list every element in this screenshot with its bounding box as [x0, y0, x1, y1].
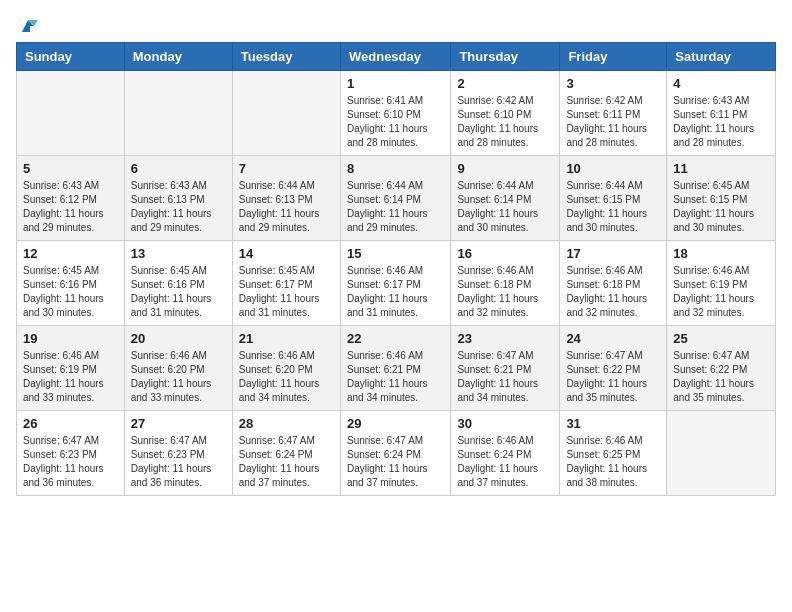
calendar-cell: 18Sunrise: 6:46 AM Sunset: 6:19 PM Dayli… [667, 241, 776, 326]
day-number: 14 [239, 246, 334, 261]
day-info: Sunrise: 6:46 AM Sunset: 6:25 PM Dayligh… [566, 434, 660, 490]
day-info: Sunrise: 6:47 AM Sunset: 6:24 PM Dayligh… [239, 434, 334, 490]
calendar-week-4: 19Sunrise: 6:46 AM Sunset: 6:19 PM Dayli… [17, 326, 776, 411]
day-info: Sunrise: 6:47 AM Sunset: 6:21 PM Dayligh… [457, 349, 553, 405]
calendar-cell: 2Sunrise: 6:42 AM Sunset: 6:10 PM Daylig… [451, 71, 560, 156]
day-info: Sunrise: 6:46 AM Sunset: 6:18 PM Dayligh… [457, 264, 553, 320]
calendar-cell: 6Sunrise: 6:43 AM Sunset: 6:13 PM Daylig… [124, 156, 232, 241]
day-number: 2 [457, 76, 553, 91]
logo [16, 16, 38, 34]
day-info: Sunrise: 6:46 AM Sunset: 6:20 PM Dayligh… [239, 349, 334, 405]
day-info: Sunrise: 6:47 AM Sunset: 6:24 PM Dayligh… [347, 434, 444, 490]
day-number: 20 [131, 331, 226, 346]
day-info: Sunrise: 6:47 AM Sunset: 6:23 PM Dayligh… [131, 434, 226, 490]
calendar-cell: 29Sunrise: 6:47 AM Sunset: 6:24 PM Dayli… [340, 411, 450, 496]
day-info: Sunrise: 6:47 AM Sunset: 6:22 PM Dayligh… [673, 349, 769, 405]
calendar-cell: 8Sunrise: 6:44 AM Sunset: 6:14 PM Daylig… [340, 156, 450, 241]
calendar-week-2: 5Sunrise: 6:43 AM Sunset: 6:12 PM Daylig… [17, 156, 776, 241]
calendar-cell [124, 71, 232, 156]
calendar-cell: 5Sunrise: 6:43 AM Sunset: 6:12 PM Daylig… [17, 156, 125, 241]
day-number: 15 [347, 246, 444, 261]
calendar-header-monday: Monday [124, 43, 232, 71]
calendar-cell: 19Sunrise: 6:46 AM Sunset: 6:19 PM Dayli… [17, 326, 125, 411]
calendar-cell: 3Sunrise: 6:42 AM Sunset: 6:11 PM Daylig… [560, 71, 667, 156]
day-number: 11 [673, 161, 769, 176]
calendar-week-1: 1Sunrise: 6:41 AM Sunset: 6:10 PM Daylig… [17, 71, 776, 156]
day-number: 7 [239, 161, 334, 176]
calendar-header-saturday: Saturday [667, 43, 776, 71]
calendar-header-wednesday: Wednesday [340, 43, 450, 71]
calendar-table: SundayMondayTuesdayWednesdayThursdayFrid… [16, 42, 776, 496]
day-info: Sunrise: 6:45 AM Sunset: 6:16 PM Dayligh… [131, 264, 226, 320]
calendar-header-thursday: Thursday [451, 43, 560, 71]
calendar-cell: 17Sunrise: 6:46 AM Sunset: 6:18 PM Dayli… [560, 241, 667, 326]
day-number: 5 [23, 161, 118, 176]
calendar-cell: 10Sunrise: 6:44 AM Sunset: 6:15 PM Dayli… [560, 156, 667, 241]
calendar-header-tuesday: Tuesday [232, 43, 340, 71]
calendar-cell: 7Sunrise: 6:44 AM Sunset: 6:13 PM Daylig… [232, 156, 340, 241]
calendar-cell [17, 71, 125, 156]
calendar-cell: 14Sunrise: 6:45 AM Sunset: 6:17 PM Dayli… [232, 241, 340, 326]
day-info: Sunrise: 6:44 AM Sunset: 6:14 PM Dayligh… [347, 179, 444, 235]
day-number: 19 [23, 331, 118, 346]
calendar-cell: 1Sunrise: 6:41 AM Sunset: 6:10 PM Daylig… [340, 71, 450, 156]
day-info: Sunrise: 6:42 AM Sunset: 6:10 PM Dayligh… [457, 94, 553, 150]
day-number: 3 [566, 76, 660, 91]
calendar-cell: 26Sunrise: 6:47 AM Sunset: 6:23 PM Dayli… [17, 411, 125, 496]
day-info: Sunrise: 6:45 AM Sunset: 6:15 PM Dayligh… [673, 179, 769, 235]
calendar-cell: 28Sunrise: 6:47 AM Sunset: 6:24 PM Dayli… [232, 411, 340, 496]
calendar-cell: 9Sunrise: 6:44 AM Sunset: 6:14 PM Daylig… [451, 156, 560, 241]
calendar-cell: 12Sunrise: 6:45 AM Sunset: 6:16 PM Dayli… [17, 241, 125, 326]
day-info: Sunrise: 6:46 AM Sunset: 6:21 PM Dayligh… [347, 349, 444, 405]
day-info: Sunrise: 6:44 AM Sunset: 6:15 PM Dayligh… [566, 179, 660, 235]
calendar-cell: 15Sunrise: 6:46 AM Sunset: 6:17 PM Dayli… [340, 241, 450, 326]
day-number: 24 [566, 331, 660, 346]
calendar-cell: 11Sunrise: 6:45 AM Sunset: 6:15 PM Dayli… [667, 156, 776, 241]
day-info: Sunrise: 6:42 AM Sunset: 6:11 PM Dayligh… [566, 94, 660, 150]
day-info: Sunrise: 6:44 AM Sunset: 6:14 PM Dayligh… [457, 179, 553, 235]
calendar-cell: 13Sunrise: 6:45 AM Sunset: 6:16 PM Dayli… [124, 241, 232, 326]
day-info: Sunrise: 6:46 AM Sunset: 6:19 PM Dayligh… [673, 264, 769, 320]
day-number: 29 [347, 416, 444, 431]
calendar-cell: 21Sunrise: 6:46 AM Sunset: 6:20 PM Dayli… [232, 326, 340, 411]
calendar-cell [667, 411, 776, 496]
day-number: 10 [566, 161, 660, 176]
day-number: 18 [673, 246, 769, 261]
calendar-cell: 16Sunrise: 6:46 AM Sunset: 6:18 PM Dayli… [451, 241, 560, 326]
day-info: Sunrise: 6:46 AM Sunset: 6:24 PM Dayligh… [457, 434, 553, 490]
day-number: 27 [131, 416, 226, 431]
calendar-cell: 31Sunrise: 6:46 AM Sunset: 6:25 PM Dayli… [560, 411, 667, 496]
page-header [16, 16, 776, 34]
day-info: Sunrise: 6:47 AM Sunset: 6:22 PM Dayligh… [566, 349, 660, 405]
day-info: Sunrise: 6:46 AM Sunset: 6:20 PM Dayligh… [131, 349, 226, 405]
calendar-cell: 23Sunrise: 6:47 AM Sunset: 6:21 PM Dayli… [451, 326, 560, 411]
day-info: Sunrise: 6:45 AM Sunset: 6:17 PM Dayligh… [239, 264, 334, 320]
day-number: 9 [457, 161, 553, 176]
day-info: Sunrise: 6:45 AM Sunset: 6:16 PM Dayligh… [23, 264, 118, 320]
day-number: 8 [347, 161, 444, 176]
calendar-cell: 20Sunrise: 6:46 AM Sunset: 6:20 PM Dayli… [124, 326, 232, 411]
day-info: Sunrise: 6:46 AM Sunset: 6:17 PM Dayligh… [347, 264, 444, 320]
day-info: Sunrise: 6:43 AM Sunset: 6:11 PM Dayligh… [673, 94, 769, 150]
day-number: 13 [131, 246, 226, 261]
day-number: 17 [566, 246, 660, 261]
day-number: 26 [23, 416, 118, 431]
calendar-header-friday: Friday [560, 43, 667, 71]
day-number: 6 [131, 161, 226, 176]
calendar-cell: 25Sunrise: 6:47 AM Sunset: 6:22 PM Dayli… [667, 326, 776, 411]
calendar-cell [232, 71, 340, 156]
calendar-cell: 22Sunrise: 6:46 AM Sunset: 6:21 PM Dayli… [340, 326, 450, 411]
day-info: Sunrise: 6:46 AM Sunset: 6:19 PM Dayligh… [23, 349, 118, 405]
day-number: 16 [457, 246, 553, 261]
day-number: 31 [566, 416, 660, 431]
calendar-cell: 27Sunrise: 6:47 AM Sunset: 6:23 PM Dayli… [124, 411, 232, 496]
calendar-cell: 30Sunrise: 6:46 AM Sunset: 6:24 PM Dayli… [451, 411, 560, 496]
day-number: 4 [673, 76, 769, 91]
calendar-week-3: 12Sunrise: 6:45 AM Sunset: 6:16 PM Dayli… [17, 241, 776, 326]
calendar-cell: 24Sunrise: 6:47 AM Sunset: 6:22 PM Dayli… [560, 326, 667, 411]
day-number: 21 [239, 331, 334, 346]
day-number: 1 [347, 76, 444, 91]
day-info: Sunrise: 6:43 AM Sunset: 6:13 PM Dayligh… [131, 179, 226, 235]
calendar-cell: 4Sunrise: 6:43 AM Sunset: 6:11 PM Daylig… [667, 71, 776, 156]
calendar-header-sunday: Sunday [17, 43, 125, 71]
